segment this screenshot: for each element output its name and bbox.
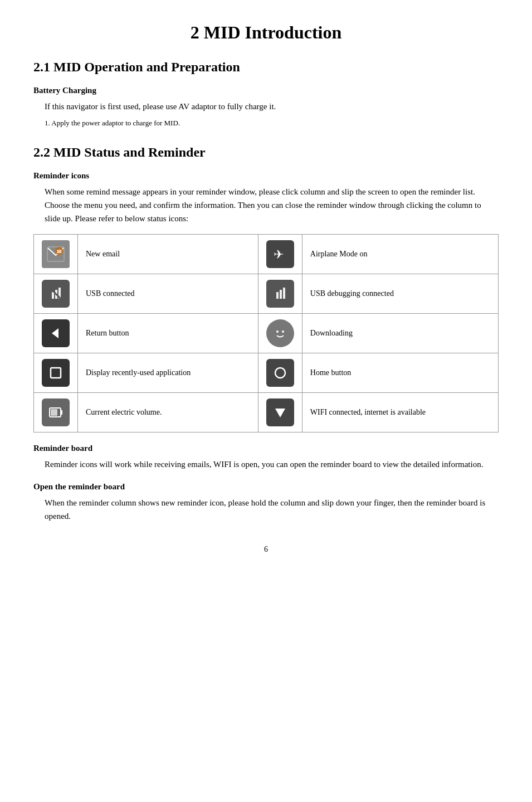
return-icon-cell (34, 313, 78, 353)
table-row: ✉ New email ✈ Airplane Mode on (34, 234, 499, 274)
current-volume-label: Current electric volume. (78, 392, 258, 432)
svg-rect-11 (276, 292, 279, 299)
home-icon-cell (258, 353, 302, 392)
airplane-icon: ✈ (266, 240, 294, 268)
usb-debug-icon (266, 280, 294, 308)
svg-rect-25 (61, 410, 62, 415)
svg-rect-13 (283, 288, 285, 299)
email-icon: ✉ (42, 240, 70, 268)
svg-point-18 (282, 330, 284, 333)
open-reminder-subtitle: Open the reminder board (33, 482, 499, 492)
table-row: Return button Downloading (34, 313, 499, 353)
svg-rect-12 (280, 290, 282, 299)
usb-icon (42, 280, 70, 308)
usb-debugging-label: USB debugging connected (302, 274, 498, 313)
reminder-board-paragraph: Reminder icons will work while receiving… (45, 458, 499, 471)
return-icon (42, 319, 70, 347)
table-row: Current electric volume. WIFI connected,… (34, 392, 499, 432)
reminder-icons-subtitle: Reminder icons (33, 171, 499, 181)
wifi-icon (266, 398, 294, 426)
reminder-icons-paragraph: When some remind message appears in your… (45, 185, 499, 225)
svg-rect-19 (46, 363, 65, 382)
email-icon-cell: ✉ (34, 234, 78, 274)
table-row: USB connected USB debugging connected (34, 274, 499, 313)
svg-point-16 (271, 324, 290, 343)
svg-text:✈: ✈ (274, 247, 284, 261)
section1-paragraph1: If this navigator is first used, please … (45, 100, 499, 113)
usb-icon-cell (34, 274, 78, 313)
usb-debug-icon-cell (258, 274, 302, 313)
volume-icon (42, 398, 70, 426)
display-icon-cell (34, 353, 78, 392)
svg-rect-21 (271, 363, 290, 382)
return-button-label: Return button (78, 313, 258, 353)
download-icon-cell (258, 313, 302, 353)
airplane-mode-label: Airplane Mode on (302, 234, 498, 274)
download-icon (266, 319, 294, 347)
airplane-icon-cell: ✈ (258, 234, 302, 274)
table-row: Display recently-used application Home b… (34, 353, 499, 392)
display-apps-label: Display recently-used application (78, 353, 258, 392)
battery-charging-subtitle: Battery Charging (33, 86, 499, 95)
section1-title: 2.1 MID Operation and Preparation (33, 60, 499, 75)
new-email-label: New email (78, 234, 258, 274)
wifi-icon-cell (258, 392, 302, 432)
svg-text:✉: ✉ (57, 249, 62, 255)
wifi-connected-label: WIFI connected, internet is available (302, 392, 498, 432)
open-reminder-paragraph: When the reminder column shows new remin… (45, 496, 499, 523)
section2-title: 2.2 MID Status and Reminder (33, 145, 499, 160)
page-title: 2 MID Introduction (33, 22, 499, 43)
home-icon (266, 359, 294, 387)
svg-point-17 (276, 330, 279, 333)
svg-rect-26 (51, 409, 57, 416)
display-icon (42, 359, 70, 387)
volume-icon-cell (34, 392, 78, 432)
usb-connected-label: USB connected (78, 274, 258, 313)
page-number: 6 (33, 545, 499, 554)
svg-rect-6 (52, 292, 54, 299)
section1-paragraph2: 1. Apply the power adaptor to charge for… (45, 118, 499, 129)
reminder-board-subtitle: Reminder board (33, 444, 499, 453)
status-table: ✉ New email ✈ Airplane Mode on (33, 234, 499, 432)
downloading-label: Downloading (302, 313, 498, 353)
home-button-label: Home button (302, 353, 498, 392)
